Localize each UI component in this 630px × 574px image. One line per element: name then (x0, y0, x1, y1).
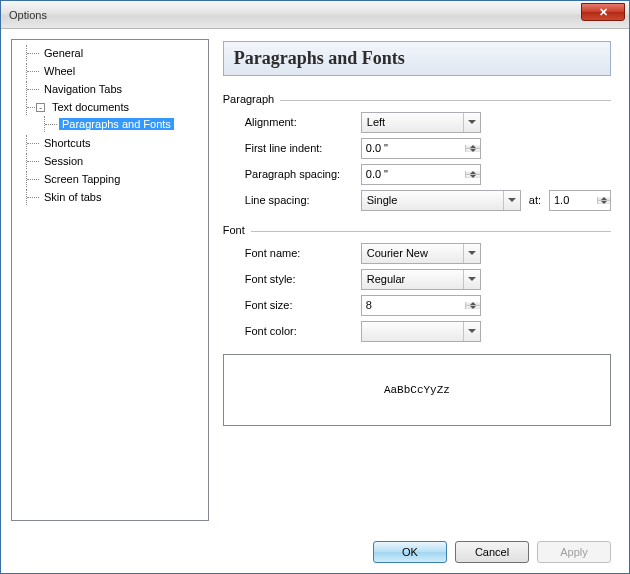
page-title: Paragraphs and Fonts (223, 41, 611, 76)
paragraph-group: Paragraph Alignment: Left First line ind… (223, 90, 611, 213)
font-group: Font Font name: Courier New Font style: … (223, 221, 611, 344)
nav-tree[interactable]: General Wheel Navigation Tabs - Text doc… (11, 39, 209, 521)
apply-button: Apply (537, 541, 611, 563)
alignment-label: Alignment: (245, 116, 361, 128)
title-bar: Options ✕ (1, 1, 629, 29)
settings-panel: Paragraphs and Fonts Paragraph Alignment… (209, 39, 619, 521)
spin-buttons[interactable] (465, 171, 480, 178)
font-color-combo[interactable] (361, 321, 481, 342)
font-name-label: Font name: (245, 247, 361, 259)
tree-item-skin-of-tabs[interactable]: Skin of tabs (12, 189, 208, 205)
tree-item-shortcuts[interactable]: Shortcuts (12, 135, 208, 151)
paragraph-spacing-label: Paragraph spacing: (245, 168, 361, 180)
cancel-button[interactable]: Cancel (455, 541, 529, 563)
close-icon: ✕ (599, 7, 608, 18)
tree-item-text-documents[interactable]: - Text documents (12, 99, 208, 115)
tree-item-paragraphs-and-fonts[interactable]: Paragraphs and Fonts (12, 116, 208, 132)
at-spinner[interactable] (549, 190, 611, 211)
at-input[interactable] (550, 194, 597, 206)
font-style-label: Font style: (245, 273, 361, 285)
font-size-spinner[interactable] (361, 295, 481, 316)
font-style-combo[interactable]: Regular (361, 269, 481, 290)
paragraph-spacing-input[interactable] (362, 168, 465, 180)
spin-buttons[interactable] (465, 302, 480, 309)
font-legend: Font (223, 224, 245, 236)
dialog-body: General Wheel Navigation Tabs - Text doc… (1, 29, 629, 531)
tree-item-general[interactable]: General (12, 45, 208, 61)
alignment-combo[interactable]: Left (361, 112, 481, 133)
chevron-down-icon (463, 270, 480, 289)
line-spacing-combo[interactable]: Single (361, 190, 521, 211)
tree-item-navigation-tabs[interactable]: Navigation Tabs (12, 81, 208, 97)
first-line-indent-input[interactable] (362, 142, 465, 154)
first-line-indent-label: First line indent: (245, 142, 361, 154)
ok-button[interactable]: OK (373, 541, 447, 563)
chevron-down-icon (463, 113, 480, 132)
spin-buttons[interactable] (597, 197, 610, 204)
window-title: Options (9, 9, 47, 21)
tree-item-session[interactable]: Session (12, 153, 208, 169)
spin-buttons[interactable] (465, 145, 480, 152)
font-preview: AaBbCcYyZz (223, 354, 611, 426)
line-spacing-label: Line spacing: (245, 194, 361, 206)
collapse-icon[interactable]: - (36, 103, 45, 112)
preview-sample: AaBbCcYyZz (384, 384, 450, 396)
paragraph-legend: Paragraph (223, 93, 274, 105)
font-size-label: Font size: (245, 299, 361, 311)
chevron-down-icon (503, 191, 520, 210)
dialog-buttons: OK Cancel Apply (1, 531, 629, 573)
font-color-label: Font color: (245, 325, 361, 337)
at-label: at: (529, 194, 541, 206)
font-name-combo[interactable]: Courier New (361, 243, 481, 264)
paragraph-spacing-spinner[interactable] (361, 164, 481, 185)
font-size-input[interactable] (362, 299, 465, 311)
close-button[interactable]: ✕ (581, 3, 625, 21)
chevron-down-icon (463, 322, 480, 341)
chevron-down-icon (463, 244, 480, 263)
first-line-indent-spinner[interactable] (361, 138, 481, 159)
tree-item-wheel[interactable]: Wheel (12, 63, 208, 79)
tree-item-screen-tapping[interactable]: Screen Tapping (12, 171, 208, 187)
